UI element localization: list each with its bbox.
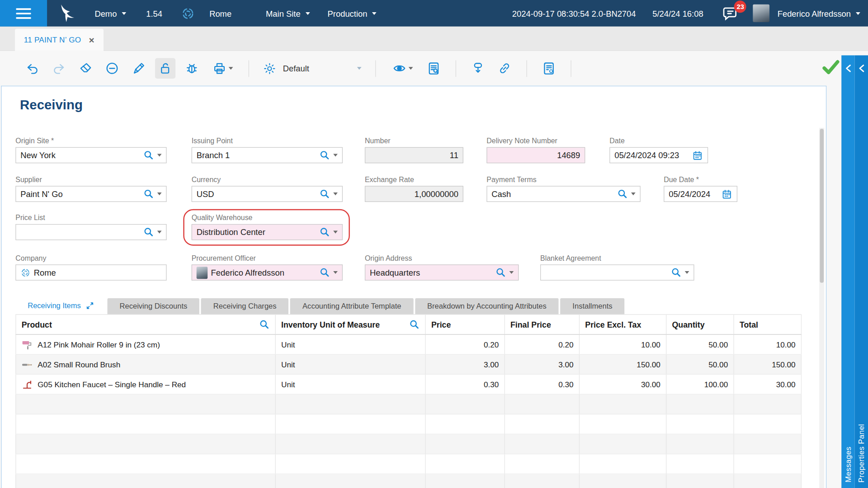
empty-cell[interactable] xyxy=(505,454,580,474)
empty-cell[interactable] xyxy=(276,474,426,488)
cell-final_price[interactable]: 3.00 xyxy=(505,355,580,374)
due-date-input[interactable]: 05/24/2024 xyxy=(664,186,737,202)
grid-tab-installments[interactable]: Installments xyxy=(560,298,624,314)
column-header-total[interactable]: Total xyxy=(734,315,802,334)
cell-price[interactable]: 3.00 xyxy=(426,355,505,374)
chevron-down-icon[interactable] xyxy=(333,271,338,274)
column-header-quantity[interactable]: Quantity xyxy=(666,315,734,334)
unlock-button[interactable] xyxy=(155,58,175,79)
empty-cell[interactable] xyxy=(276,414,426,434)
empty-cell[interactable] xyxy=(734,474,802,488)
empty-cell[interactable] xyxy=(426,394,505,414)
number-input[interactable]: 11 xyxy=(365,147,463,164)
design-selector[interactable]: Default xyxy=(263,62,362,75)
grid-tab-accounting-attribute-template[interactable]: Accounting Attribute Template xyxy=(290,298,413,314)
form-log-button[interactable] xyxy=(538,58,559,79)
calendar-icon[interactable] xyxy=(722,188,732,199)
exchange-rate-input[interactable]: 1,00000000 xyxy=(365,186,463,202)
company-input[interactable]: Rome xyxy=(15,264,166,281)
environment-selector[interactable]: Demo xyxy=(94,9,126,18)
issuing-point-input[interactable]: Branch 1 xyxy=(192,147,343,164)
empty-cell[interactable] xyxy=(666,394,734,414)
user-menu[interactable]: Federico Alfredsson xyxy=(778,9,868,18)
chevron-down-icon[interactable] xyxy=(333,231,338,234)
chevron-down-icon[interactable] xyxy=(333,154,338,156)
empty-cell[interactable] xyxy=(426,454,505,474)
empty-cell[interactable] xyxy=(505,414,580,434)
payment-terms-input[interactable]: Cash xyxy=(486,186,640,202)
cell-uom[interactable]: Unit xyxy=(276,355,426,374)
chevron-down-icon[interactable] xyxy=(685,271,689,274)
cell-total[interactable]: 30.00 xyxy=(734,375,802,394)
price-list-input[interactable] xyxy=(15,224,166,240)
chevron-down-icon[interactable] xyxy=(157,192,162,195)
search-icon[interactable] xyxy=(671,267,681,277)
cell-price_excl_tax[interactable]: 150.00 xyxy=(580,355,666,374)
origin-address-input[interactable]: Headquarters xyxy=(365,264,519,281)
empty-cell[interactable] xyxy=(15,474,276,488)
close-tab-icon[interactable]: × xyxy=(89,35,94,45)
search-icon[interactable] xyxy=(409,319,420,330)
clear-form-button[interactable] xyxy=(75,58,96,79)
search-icon[interactable] xyxy=(320,189,330,199)
column-header-price_excl_tax[interactable]: Price Excl. Tax xyxy=(580,315,666,334)
user-avatar[interactable] xyxy=(753,5,770,22)
empty-cell[interactable] xyxy=(666,454,734,474)
empty-cell[interactable] xyxy=(426,474,505,488)
cell-price_excl_tax[interactable]: 30.00 xyxy=(580,375,666,394)
search-icon[interactable] xyxy=(617,189,627,199)
direct-activations-button[interactable] xyxy=(468,58,488,79)
supplier-input[interactable]: Paint N' Go xyxy=(15,186,166,202)
properties-panel-toggle[interactable]: Properties Panel xyxy=(855,55,868,488)
cell-quantity[interactable]: 50.00 xyxy=(666,335,734,354)
expand-icon[interactable] xyxy=(86,302,94,310)
delivery-note-number-input[interactable]: 14689 xyxy=(486,147,585,164)
messages-panel-toggle[interactable]: Messages xyxy=(841,55,854,488)
chevron-down-icon[interactable] xyxy=(333,192,338,195)
column-header-price[interactable]: Price xyxy=(426,315,505,334)
empty-cell[interactable] xyxy=(276,394,426,414)
edit-button[interactable] xyxy=(128,58,149,79)
empty-cell[interactable] xyxy=(734,434,802,454)
grid-tab-receiving-items[interactable]: Receiving Items xyxy=(15,297,106,314)
search-icon[interactable] xyxy=(143,150,154,160)
empty-cell[interactable] xyxy=(580,394,666,414)
cell-uom[interactable]: Unit xyxy=(276,375,426,394)
empty-cell[interactable] xyxy=(15,454,276,474)
currency-input[interactable]: USD xyxy=(192,186,343,202)
debug-button[interactable] xyxy=(182,58,202,79)
chevron-down-icon[interactable] xyxy=(157,154,162,156)
empty-cell[interactable] xyxy=(666,414,734,434)
empty-cell[interactable] xyxy=(15,394,276,414)
empty-cell[interactable] xyxy=(426,434,505,454)
quality-warehouse-input[interactable]: Distribution Center xyxy=(192,224,343,240)
empty-cell[interactable] xyxy=(15,434,276,454)
cell-final_price[interactable]: 0.20 xyxy=(505,335,580,354)
search-icon[interactable] xyxy=(143,227,154,237)
cell-product[interactable]: A02 Small Round Brush xyxy=(15,355,276,374)
chevron-down-icon[interactable] xyxy=(631,192,636,195)
document-search-button[interactable] xyxy=(424,58,444,79)
empty-cell[interactable] xyxy=(505,434,580,454)
preview-button[interactable] xyxy=(387,58,417,79)
empty-cell[interactable] xyxy=(734,454,802,474)
procurement-officer-input[interactable]: Federico Alfredsson xyxy=(192,264,343,281)
blanket-agreement-input[interactable] xyxy=(540,264,694,281)
cell-price[interactable]: 0.20 xyxy=(426,335,505,354)
cell-total[interactable]: 150.00 xyxy=(734,355,802,374)
cell-price_excl_tax[interactable]: 10.00 xyxy=(580,335,666,354)
company-name[interactable]: Rome xyxy=(209,9,231,18)
hamburger-menu-button[interactable] xyxy=(0,0,47,27)
calendar-icon[interactable] xyxy=(692,150,703,160)
empty-cell[interactable] xyxy=(505,474,580,488)
empty-cell[interactable] xyxy=(276,454,426,474)
chevron-down-icon[interactable] xyxy=(157,231,162,234)
search-icon[interactable] xyxy=(495,267,506,277)
empty-cell[interactable] xyxy=(276,434,426,454)
cell-quantity[interactable]: 100.00 xyxy=(666,375,734,394)
empty-cell[interactable] xyxy=(15,414,276,434)
cell-final_price[interactable]: 0.30 xyxy=(505,375,580,394)
empty-cell[interactable] xyxy=(734,394,802,414)
chevron-down-icon[interactable] xyxy=(509,271,514,274)
grid-tab-breakdown-by-accounting-attributes[interactable]: Breakdown by Accounting Attributes xyxy=(415,298,559,314)
